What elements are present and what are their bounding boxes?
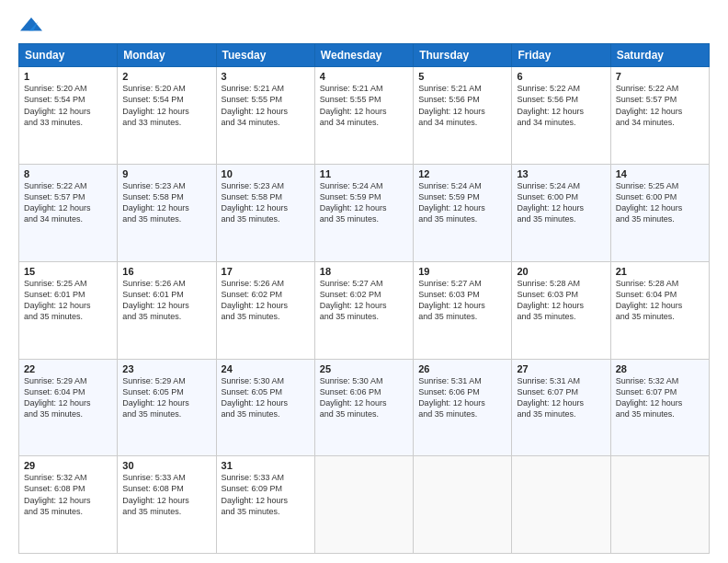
day-info: Sunrise: 5:21 AM Sunset: 5:55 PM Dayligh… — [320, 83, 408, 128]
calendar-cell: 23Sunrise: 5:29 AM Sunset: 6:05 PM Dayli… — [118, 359, 216, 456]
header — [18, 15, 710, 34]
day-info: Sunrise: 5:21 AM Sunset: 5:55 PM Dayligh… — [222, 83, 310, 128]
day-info: Sunrise: 5:21 AM Sunset: 5:56 PM Dayligh… — [418, 83, 506, 128]
day-info: Sunrise: 5:24 AM Sunset: 5:59 PM Dayligh… — [418, 180, 506, 225]
calendar-cell — [512, 456, 610, 554]
day-number: 9 — [122, 168, 210, 179]
calendar-cell: 10Sunrise: 5:23 AM Sunset: 5:58 PM Dayli… — [216, 165, 314, 262]
day-info: Sunrise: 5:30 AM Sunset: 6:06 PM Dayligh… — [320, 375, 408, 420]
calendar-header-thursday: Thursday — [414, 44, 512, 67]
calendar-header-row: SundayMondayTuesdayWednesdayThursdayFrid… — [19, 44, 710, 67]
day-info: Sunrise: 5:20 AM Sunset: 5:54 PM Dayligh… — [24, 83, 112, 128]
calendar-cell: 5Sunrise: 5:21 AM Sunset: 5:56 PM Daylig… — [414, 67, 512, 165]
calendar-cell: 12Sunrise: 5:24 AM Sunset: 5:59 PM Dayli… — [414, 165, 512, 262]
day-number: 28 — [616, 363, 704, 374]
calendar-header-sunday: Sunday — [19, 44, 118, 67]
calendar-cell: 21Sunrise: 5:28 AM Sunset: 6:04 PM Dayli… — [610, 261, 709, 359]
day-number: 25 — [320, 363, 408, 374]
day-info: Sunrise: 5:33 AM Sunset: 6:09 PM Dayligh… — [222, 472, 310, 517]
calendar-cell: 15Sunrise: 5:25 AM Sunset: 6:01 PM Dayli… — [19, 261, 118, 359]
calendar-cell: 20Sunrise: 5:28 AM Sunset: 6:03 PM Dayli… — [512, 261, 610, 359]
day-number: 16 — [122, 266, 210, 277]
day-info: Sunrise: 5:33 AM Sunset: 6:08 PM Dayligh… — [122, 472, 210, 517]
calendar-table: SundayMondayTuesdayWednesdayThursdayFrid… — [18, 43, 710, 554]
day-info: Sunrise: 5:25 AM Sunset: 6:01 PM Dayligh… — [24, 278, 112, 323]
calendar-cell: 31Sunrise: 5:33 AM Sunset: 6:09 PM Dayli… — [216, 456, 314, 554]
day-number: 14 — [616, 168, 704, 179]
calendar-body: 1Sunrise: 5:20 AM Sunset: 5:54 PM Daylig… — [19, 67, 710, 554]
calendar-cell: 28Sunrise: 5:32 AM Sunset: 6:07 PM Dayli… — [610, 359, 709, 456]
calendar-cell: 3Sunrise: 5:21 AM Sunset: 5:55 PM Daylig… — [216, 67, 314, 165]
calendar-week-4: 22Sunrise: 5:29 AM Sunset: 6:04 PM Dayli… — [19, 359, 710, 456]
day-info: Sunrise: 5:30 AM Sunset: 6:05 PM Dayligh… — [222, 375, 310, 420]
day-number: 26 — [418, 363, 506, 374]
day-number: 20 — [517, 266, 605, 277]
day-info: Sunrise: 5:22 AM Sunset: 5:57 PM Dayligh… — [24, 180, 112, 225]
calendar-cell: 2Sunrise: 5:20 AM Sunset: 5:54 PM Daylig… — [118, 67, 216, 165]
day-number: 1 — [24, 71, 112, 82]
calendar-cell — [314, 456, 413, 554]
calendar-cell: 17Sunrise: 5:26 AM Sunset: 6:02 PM Dayli… — [216, 261, 314, 359]
day-number: 17 — [222, 266, 310, 277]
day-info: Sunrise: 5:20 AM Sunset: 5:54 PM Dayligh… — [122, 83, 210, 128]
calendar-cell: 25Sunrise: 5:30 AM Sunset: 6:06 PM Dayli… — [314, 359, 413, 456]
day-info: Sunrise: 5:31 AM Sunset: 6:07 PM Dayligh… — [517, 375, 605, 420]
calendar-cell: 27Sunrise: 5:31 AM Sunset: 6:07 PM Dayli… — [512, 359, 610, 456]
day-info: Sunrise: 5:31 AM Sunset: 6:06 PM Dayligh… — [418, 375, 506, 420]
day-number: 18 — [320, 266, 408, 277]
day-info: Sunrise: 5:32 AM Sunset: 6:07 PM Dayligh… — [616, 375, 704, 420]
day-number: 11 — [320, 168, 408, 179]
day-info: Sunrise: 5:26 AM Sunset: 6:02 PM Dayligh… — [222, 278, 310, 323]
day-number: 23 — [122, 363, 210, 374]
day-number: 27 — [517, 363, 605, 374]
logo — [18, 15, 44, 34]
calendar-cell — [610, 456, 709, 554]
calendar-cell — [414, 456, 512, 554]
day-number: 21 — [616, 266, 704, 277]
calendar-cell: 30Sunrise: 5:33 AM Sunset: 6:08 PM Dayli… — [118, 456, 216, 554]
calendar-cell: 4Sunrise: 5:21 AM Sunset: 5:55 PM Daylig… — [314, 67, 413, 165]
day-number: 2 — [122, 71, 210, 82]
day-info: Sunrise: 5:28 AM Sunset: 6:03 PM Dayligh… — [517, 278, 605, 323]
calendar-cell: 11Sunrise: 5:24 AM Sunset: 5:59 PM Dayli… — [314, 165, 413, 262]
calendar-cell: 26Sunrise: 5:31 AM Sunset: 6:06 PM Dayli… — [414, 359, 512, 456]
day-info: Sunrise: 5:23 AM Sunset: 5:58 PM Dayligh… — [122, 180, 210, 225]
day-number: 24 — [222, 363, 310, 374]
day-info: Sunrise: 5:27 AM Sunset: 6:03 PM Dayligh… — [418, 278, 506, 323]
logo-text — [18, 15, 42, 34]
calendar-cell: 7Sunrise: 5:22 AM Sunset: 5:57 PM Daylig… — [610, 67, 709, 165]
calendar-cell: 6Sunrise: 5:22 AM Sunset: 5:56 PM Daylig… — [512, 67, 610, 165]
calendar-cell: 1Sunrise: 5:20 AM Sunset: 5:54 PM Daylig… — [19, 67, 118, 165]
calendar-cell: 19Sunrise: 5:27 AM Sunset: 6:03 PM Dayli… — [414, 261, 512, 359]
day-number: 7 — [616, 71, 704, 82]
day-number: 4 — [320, 71, 408, 82]
day-number: 10 — [222, 168, 310, 179]
calendar-header-saturday: Saturday — [610, 44, 709, 67]
day-info: Sunrise: 5:32 AM Sunset: 6:08 PM Dayligh… — [24, 472, 112, 517]
day-number: 5 — [418, 71, 506, 82]
calendar-cell: 18Sunrise: 5:27 AM Sunset: 6:02 PM Dayli… — [314, 261, 413, 359]
calendar-cell: 24Sunrise: 5:30 AM Sunset: 6:05 PM Dayli… — [216, 359, 314, 456]
calendar-week-3: 15Sunrise: 5:25 AM Sunset: 6:01 PM Dayli… — [19, 261, 710, 359]
day-info: Sunrise: 5:22 AM Sunset: 5:56 PM Dayligh… — [517, 83, 605, 128]
calendar-week-1: 1Sunrise: 5:20 AM Sunset: 5:54 PM Daylig… — [19, 67, 710, 165]
day-number: 3 — [222, 71, 310, 82]
calendar-week-5: 29Sunrise: 5:32 AM Sunset: 6:08 PM Dayli… — [19, 456, 710, 554]
day-info: Sunrise: 5:22 AM Sunset: 5:57 PM Dayligh… — [616, 83, 704, 128]
day-info: Sunrise: 5:27 AM Sunset: 6:02 PM Dayligh… — [320, 278, 408, 323]
calendar-cell: 13Sunrise: 5:24 AM Sunset: 6:00 PM Dayli… — [512, 165, 610, 262]
calendar-cell: 14Sunrise: 5:25 AM Sunset: 6:00 PM Dayli… — [610, 165, 709, 262]
calendar-header-friday: Friday — [512, 44, 610, 67]
calendar-header-wednesday: Wednesday — [314, 44, 413, 67]
calendar-cell: 22Sunrise: 5:29 AM Sunset: 6:04 PM Dayli… — [19, 359, 118, 456]
calendar-header-monday: Monday — [118, 44, 216, 67]
day-number: 6 — [517, 71, 605, 82]
day-info: Sunrise: 5:25 AM Sunset: 6:00 PM Dayligh… — [616, 180, 704, 225]
calendar-week-2: 8Sunrise: 5:22 AM Sunset: 5:57 PM Daylig… — [19, 165, 710, 262]
day-info: Sunrise: 5:24 AM Sunset: 5:59 PM Dayligh… — [320, 180, 408, 225]
day-number: 15 — [24, 266, 112, 277]
logo-icon — [20, 16, 42, 34]
calendar-cell: 29Sunrise: 5:32 AM Sunset: 6:08 PM Dayli… — [19, 456, 118, 554]
day-number: 31 — [222, 460, 310, 471]
day-info: Sunrise: 5:24 AM Sunset: 6:00 PM Dayligh… — [517, 180, 605, 225]
